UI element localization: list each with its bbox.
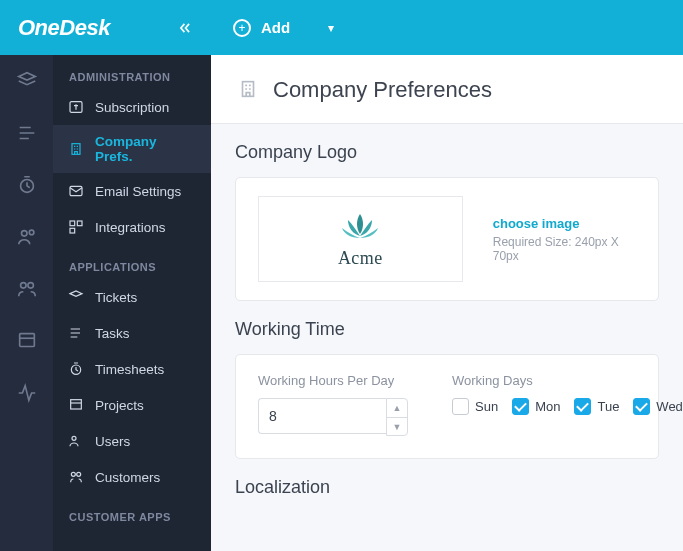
hours-input[interactable] — [258, 398, 386, 434]
rail-tasks-icon[interactable] — [15, 121, 39, 145]
day-sun[interactable]: Sun — [452, 398, 498, 415]
section-heading-working-time: Working Time — [235, 319, 659, 340]
required-size-text: Required Size: 240px X 70px — [493, 235, 636, 263]
day-checkbox[interactable] — [633, 398, 650, 415]
sidebar-item-customers[interactable]: Customers — [53, 459, 211, 495]
day-label: Wed — [656, 399, 683, 414]
svg-rect-5 — [19, 334, 34, 347]
sidebar-item-tickets[interactable]: Tickets — [53, 279, 211, 315]
sidebar-item-users[interactable]: Users — [53, 423, 211, 459]
tasks-icon — [67, 324, 85, 342]
chevron-down-icon: ▾ — [328, 21, 334, 35]
sidebar-collapse-button[interactable] — [173, 16, 197, 40]
rail-projects-icon[interactable] — [15, 329, 39, 353]
rail-customers-icon[interactable] — [15, 277, 39, 301]
users-icon — [67, 432, 85, 450]
day-checkbox[interactable] — [512, 398, 529, 415]
section-heading-localization: Localization — [235, 477, 659, 498]
hours-per-day-field: Working Hours Per Day ▲ ▼ — [258, 373, 408, 436]
day-checkbox[interactable] — [452, 398, 469, 415]
building-icon — [67, 140, 85, 158]
choose-image-link[interactable]: choose image — [493, 216, 636, 231]
day-label: Sun — [475, 399, 498, 414]
subscription-icon — [67, 98, 85, 116]
day-label: Mon — [535, 399, 560, 414]
svg-rect-7 — [72, 144, 80, 155]
sidebar-item-email-settings[interactable]: Email Settings — [53, 173, 211, 209]
sidebar-item-company-prefs[interactable]: Company Prefs. — [53, 125, 211, 173]
lotus-icon — [338, 210, 382, 246]
day-label: Tue — [597, 399, 619, 414]
svg-rect-9 — [70, 221, 75, 226]
day-checkbox[interactable] — [574, 398, 591, 415]
hours-step-down[interactable]: ▼ — [387, 417, 407, 435]
localization-section: Localization — [211, 459, 683, 498]
plus-icon: + — [233, 19, 251, 37]
clock-icon — [67, 360, 85, 378]
sidebar-item-projects[interactable]: Projects — [53, 387, 211, 423]
svg-point-1 — [21, 231, 27, 237]
top-actions: + Add ▾ — [211, 19, 334, 37]
top-bar: OneDesk + Add ▾ — [0, 0, 683, 55]
svg-rect-13 — [71, 400, 82, 409]
sidebar-section-customer-apps: CUSTOMER APPS — [53, 495, 211, 529]
page-title: Company Preferences — [273, 77, 492, 103]
projects-icon — [67, 396, 85, 414]
sidebar-item-subscription[interactable]: Subscription — [53, 89, 211, 125]
building-icon — [237, 78, 259, 103]
day-mon[interactable]: Mon — [512, 398, 560, 415]
rail-tickets-icon[interactable] — [15, 69, 39, 93]
svg-point-3 — [20, 283, 25, 289]
envelope-icon — [67, 182, 85, 200]
hours-step-up[interactable]: ▲ — [387, 399, 407, 417]
svg-point-15 — [71, 472, 75, 476]
logo-panel: Acme choose image Required Size: 240px X… — [235, 177, 659, 301]
svg-rect-11 — [70, 228, 75, 233]
hours-label: Working Hours Per Day — [258, 373, 408, 388]
sidebar-item-tasks[interactable]: Tasks — [53, 315, 211, 351]
svg-rect-17 — [243, 81, 254, 96]
sidebar-item-timesheets[interactable]: Timesheets — [53, 351, 211, 387]
day-wed[interactable]: Wed — [633, 398, 683, 415]
day-tue[interactable]: Tue — [574, 398, 619, 415]
sidebar-section-applications: APPLICATIONS — [53, 245, 211, 279]
svg-rect-10 — [77, 221, 82, 226]
working-time-section: Working Time Working Hours Per Day ▲ ▼ — [211, 301, 683, 459]
company-logo-section: Company Logo Acme — [211, 124, 683, 301]
rail-activity-icon[interactable] — [15, 381, 39, 405]
logo-area: OneDesk — [0, 0, 211, 55]
page-header: Company Preferences — [211, 55, 683, 124]
working-time-panel: Working Hours Per Day ▲ ▼ Working Days S… — [235, 354, 659, 459]
section-heading-logo: Company Logo — [235, 142, 659, 163]
company-logo-preview: Acme — [258, 196, 463, 282]
logo-company-name: Acme — [338, 248, 383, 269]
ticket-icon — [67, 288, 85, 306]
days-label: Working Days — [452, 373, 683, 388]
customers-icon — [67, 468, 85, 486]
integrations-icon — [67, 218, 85, 236]
icon-rail — [0, 55, 53, 551]
svg-point-4 — [27, 283, 32, 289]
rail-users-icon[interactable] — [15, 225, 39, 249]
brand-logo: OneDesk — [18, 15, 110, 41]
sidebar-item-integrations[interactable]: Integrations — [53, 209, 211, 245]
add-button[interactable]: + Add ▾ — [233, 19, 334, 37]
svg-point-14 — [72, 436, 76, 440]
svg-point-2 — [29, 230, 34, 235]
admin-sidebar: ADMINISTRATION Subscription Company Pref… — [53, 55, 211, 551]
content-area: Company Preferences Company Logo — [211, 55, 683, 551]
working-days-field: Working Days SunMonTueWed — [452, 373, 683, 415]
svg-point-16 — [77, 472, 81, 476]
add-label: Add — [261, 19, 290, 36]
sidebar-section-administration: ADMINISTRATION — [53, 55, 211, 89]
rail-timesheet-icon[interactable] — [15, 173, 39, 197]
